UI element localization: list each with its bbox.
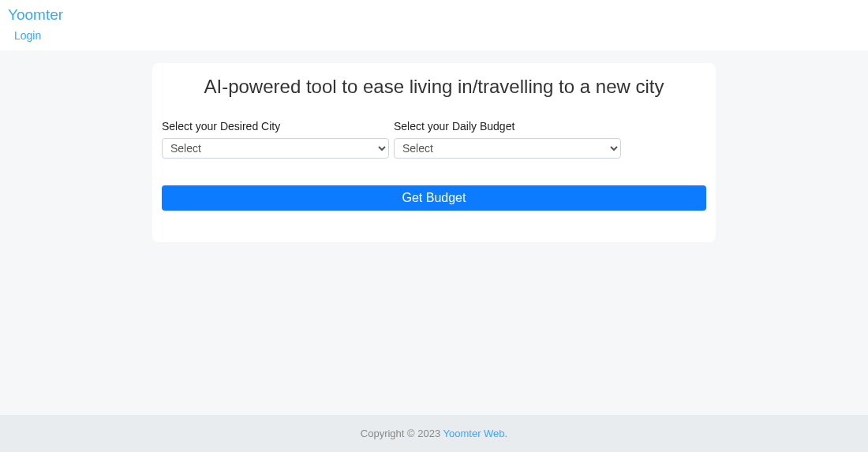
- main-content: AI-powered tool to ease living in/travel…: [0, 50, 868, 415]
- login-link[interactable]: Login: [8, 29, 41, 42]
- city-col: Select your Desired City Select: [162, 120, 389, 159]
- card-title: AI-powered tool to ease living in/travel…: [162, 71, 706, 120]
- budget-select[interactable]: Select: [394, 138, 621, 159]
- budget-card: AI-powered tool to ease living in/travel…: [152, 63, 716, 242]
- budget-label: Select your Daily Budget: [394, 120, 621, 133]
- get-budget-button[interactable]: Get Budget: [162, 185, 706, 211]
- budget-col: Select your Daily Budget Select: [394, 120, 621, 159]
- footer-link[interactable]: Yoomter Web: [443, 428, 505, 439]
- footer-prefix: Copyright © 2023: [361, 428, 443, 439]
- form-row: Select your Desired City Select Select y…: [162, 120, 706, 159]
- footer: Copyright © 2023 Yoomter Web.: [0, 415, 868, 452]
- navbar: Yoomter Login: [0, 0, 868, 50]
- footer-suffix: .: [505, 428, 508, 439]
- city-label: Select your Desired City: [162, 120, 389, 133]
- city-select[interactable]: Select: [162, 138, 389, 159]
- brand-link[interactable]: Yoomter: [8, 6, 63, 24]
- submit-row: Get Budget: [162, 159, 706, 211]
